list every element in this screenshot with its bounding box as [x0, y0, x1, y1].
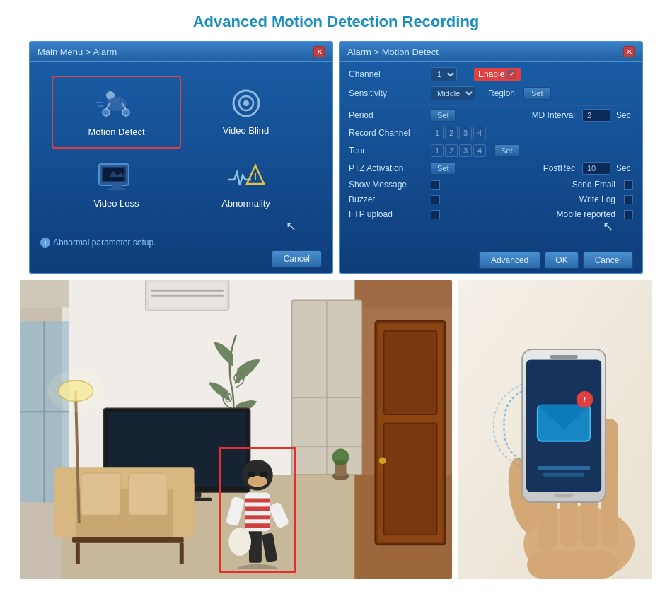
room-image — [20, 280, 452, 579]
tour-label: Tour — [349, 146, 427, 156]
video-loss-label: Video Loss — [93, 198, 139, 209]
alarm-close-button[interactable]: ✕ — [313, 46, 325, 57]
show-message-checkbox[interactable] — [431, 180, 440, 190]
write-log-label: Write Log — [579, 194, 615, 204]
svg-rect-93 — [555, 494, 574, 497]
ptz-label: PTZ Activation — [349, 163, 427, 173]
send-email-label: Send Email — [572, 180, 615, 190]
period-label: Period — [349, 110, 427, 120]
postrec-label: PostRec — [543, 163, 575, 173]
tour-ch-2[interactable]: 2 — [445, 144, 458, 157]
alarm-item-motion-detect[interactable]: Motion Detect — [52, 76, 181, 149]
region-set-button[interactable]: Set — [523, 87, 551, 100]
svg-rect-45 — [54, 482, 76, 537]
record-channel-row: Record Channel 1 2 3 4 — [349, 127, 633, 139]
buzzer-row: Buzzer Write Log — [349, 194, 633, 204]
tour-ch-4[interactable]: 4 — [473, 144, 486, 157]
motion-detect-icon — [95, 87, 138, 122]
svg-rect-51 — [180, 543, 184, 564]
alarm-panel-title: Main Menu > Alarm — [37, 47, 117, 57]
ch-num-3[interactable]: 3 — [459, 127, 472, 139]
svg-point-54 — [47, 370, 103, 412]
period-row: Period Set MD Interval 2 Sec. — [349, 109, 633, 122]
svg-point-10 — [243, 100, 249, 106]
svg-rect-13 — [112, 185, 122, 188]
svg-point-73 — [229, 528, 252, 556]
ptz-row: PTZ Activation Set PostRec 10 Sec. — [349, 162, 633, 175]
svg-rect-70 — [245, 523, 270, 528]
buzzer-checkbox[interactable] — [431, 195, 440, 204]
svg-rect-68 — [245, 506, 270, 511]
ftp-checkbox[interactable] — [431, 210, 440, 219]
svg-rect-46 — [173, 482, 195, 537]
tour-ch-1[interactable]: 1 — [431, 144, 444, 157]
motion-body: Channel 1 Enable ✓ Sensitivity Middle Re… — [340, 62, 642, 230]
send-email-checkbox[interactable] — [624, 180, 633, 190]
svg-rect-76 — [248, 471, 255, 477]
enable-checkbox[interactable]: ✓ — [507, 70, 516, 79]
alarm-cancel-button[interactable]: Cancel — [272, 250, 322, 267]
sensitivity-label: Sensitivity — [349, 88, 427, 98]
tour-ch-3[interactable]: 3 — [459, 144, 472, 157]
write-log-checkbox[interactable] — [624, 195, 633, 204]
motion-advanced-button[interactable]: Advanced — [479, 252, 540, 269]
enable-area: Enable ✓ — [474, 68, 521, 81]
svg-rect-96 — [527, 551, 618, 579]
sensitivity-row: Sensitivity Middle Region Set — [349, 86, 633, 100]
svg-rect-69 — [245, 515, 270, 519]
md-interval-label: MD Interval — [532, 110, 575, 120]
info-icon: i — [40, 238, 50, 248]
thief-figure — [223, 451, 292, 570]
record-channel-label: Record Channel — [349, 128, 427, 138]
ch-num-1[interactable]: 1 — [431, 127, 444, 139]
region-label: Region — [488, 88, 515, 98]
motion-close-button[interactable]: ✕ — [623, 46, 635, 57]
svg-point-75 — [248, 475, 267, 487]
tour-row: Tour 1 2 3 4 Set — [349, 144, 633, 157]
sensitivity-select[interactable]: Middle — [431, 86, 475, 100]
svg-rect-50 — [76, 543, 80, 564]
svg-rect-71 — [226, 496, 245, 526]
alarm-icons-grid: Motion Detect Video Blind — [30, 62, 332, 233]
postrec-value: 10 — [582, 162, 610, 175]
bottom-row: ! — [0, 274, 672, 579]
video-blind-label: Video Blind — [223, 125, 270, 136]
period-set-button[interactable]: Set — [431, 109, 456, 122]
video-loss-icon — [95, 158, 138, 194]
motion-ok-button[interactable]: OK — [545, 252, 578, 269]
ptz-set-button[interactable]: Set — [431, 162, 456, 175]
channel-row: Channel 1 Enable ✓ — [349, 67, 633, 81]
md-interval-value: 2 — [582, 109, 610, 122]
ch-num-2[interactable]: 2 — [445, 127, 458, 139]
motion-footer: Advanced OK Cancel — [340, 252, 642, 269]
alarm-item-video-loss[interactable]: Video Loss — [52, 149, 181, 219]
svg-rect-49 — [72, 537, 184, 543]
channel-select[interactable]: 1 — [431, 67, 457, 81]
ch-num-4[interactable]: 4 — [473, 127, 486, 139]
svg-rect-95 — [543, 473, 585, 477]
alarm-footer: i Abnormal parameter setup. ↖ Cancel — [30, 232, 332, 273]
tour-channel-nums: 1 2 3 4 — [431, 144, 486, 157]
close-icon: ✕ — [316, 47, 323, 57]
mobile-checkbox[interactable] — [624, 210, 633, 219]
ftp-row: FTP upload Mobile reported — [349, 209, 633, 219]
svg-rect-64 — [249, 528, 262, 563]
screenshots-row: Main Menu > Alarm ✕ — [0, 41, 672, 274]
buzzer-label: Buzzer — [349, 194, 427, 204]
phone-image: ! — [458, 280, 652, 579]
md-interval-unit: Sec. — [616, 110, 633, 120]
motion-panel-titlebar: Alarm > Motion Detect ✕ — [340, 42, 642, 62]
record-channel-nums: 1 2 3 4 — [431, 127, 486, 139]
alarm-item-video-blind[interactable]: Video Blind — [181, 76, 311, 149]
alarm-item-abnormality[interactable]: ! Abnormality — [181, 149, 311, 219]
motion-cancel-button[interactable]: Cancel — [583, 252, 633, 269]
svg-text:!: ! — [584, 395, 586, 404]
show-message-row: Show Message Send Email — [349, 180, 633, 190]
svg-rect-14 — [108, 188, 126, 190]
show-message-label: Show Message — [349, 180, 427, 190]
svg-point-3 — [122, 109, 129, 116]
svg-rect-27 — [384, 331, 437, 414]
motion-panel: Alarm > Motion Detect ✕ Channel 1 Enable… — [339, 41, 643, 274]
enable-label: Enable — [478, 69, 504, 79]
tour-set-button[interactable]: Set — [494, 144, 519, 157]
